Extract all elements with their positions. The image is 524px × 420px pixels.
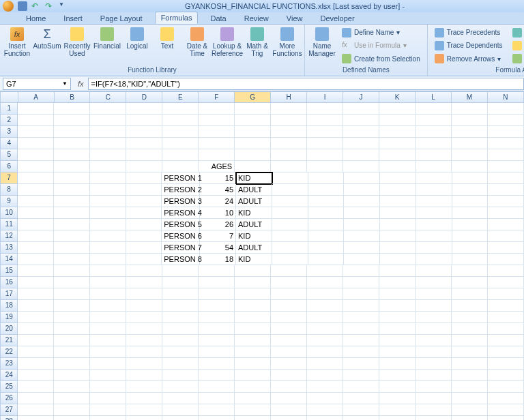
cell-L7[interactable] <box>416 172 452 184</box>
cell-I3[interactable] <box>307 126 343 138</box>
cell-A7[interactable] <box>18 172 54 184</box>
cell-L13[interactable] <box>416 242 452 254</box>
cell-J26[interactable] <box>343 393 379 404</box>
col-head-I[interactable]: I <box>307 91 343 103</box>
cell-J27[interactable] <box>343 404 379 416</box>
cell-M12[interactable] <box>452 230 489 242</box>
trace-dependents-button[interactable]: Trace Dependents <box>433 40 504 51</box>
cell-L17[interactable] <box>416 288 452 300</box>
cell-I28[interactable] <box>307 416 343 420</box>
cell-F17[interactable] <box>199 288 235 300</box>
col-head-C[interactable]: C <box>90 91 126 103</box>
row-head-20[interactable]: 20 <box>0 323 18 335</box>
save-icon[interactable] <box>18 1 27 11</box>
cell-C14[interactable] <box>90 254 126 265</box>
cell-H14[interactable] <box>272 254 308 265</box>
cell-K9[interactable] <box>380 196 416 207</box>
cell-J16[interactable] <box>343 277 379 288</box>
cell-H16[interactable] <box>271 277 307 288</box>
cell-A13[interactable] <box>18 242 54 254</box>
cell-M26[interactable] <box>452 393 488 404</box>
cell-G22[interactable] <box>235 346 271 358</box>
cell-M17[interactable] <box>452 288 488 300</box>
cell-J9[interactable] <box>344 196 380 207</box>
cell-L4[interactable] <box>416 138 452 149</box>
cell-I11[interactable] <box>308 219 345 230</box>
cell-G3[interactable] <box>235 126 271 138</box>
show-formulas-button[interactable]: Show Formulas <box>511 27 524 38</box>
cell-K17[interactable] <box>379 288 416 300</box>
cell-K14[interactable] <box>380 254 416 265</box>
cell-B12[interactable] <box>54 230 90 242</box>
cell-H2[interactable] <box>271 115 307 126</box>
cell-N15[interactable] <box>488 265 524 277</box>
tab-page-layout[interactable]: Page Layout <box>95 13 148 24</box>
cell-L23[interactable] <box>416 358 452 370</box>
cell-E2[interactable] <box>162 115 199 126</box>
cell-H19[interactable] <box>271 312 307 323</box>
cell-L1[interactable] <box>416 103 452 115</box>
cell-J3[interactable] <box>343 126 379 138</box>
cell-D15[interactable] <box>126 265 162 277</box>
cell-C16[interactable] <box>90 277 126 288</box>
cell-M2[interactable] <box>452 115 488 126</box>
cell-G27[interactable] <box>235 404 271 416</box>
tab-view[interactable]: View <box>281 13 308 24</box>
math-trig-button[interactable]: Math & Trig <box>243 26 272 65</box>
cell-I27[interactable] <box>307 404 343 416</box>
cell-H17[interactable] <box>271 288 307 300</box>
cell-K27[interactable] <box>379 404 416 416</box>
cell-M18[interactable] <box>452 300 488 312</box>
cell-B17[interactable] <box>54 288 90 300</box>
cell-D27[interactable] <box>126 404 162 416</box>
cell-F10[interactable]: 10 <box>200 207 236 219</box>
cell-N16[interactable] <box>488 277 524 288</box>
cell-J28[interactable] <box>343 416 379 420</box>
cell-M13[interactable] <box>452 242 489 254</box>
cell-C21[interactable] <box>90 335 126 346</box>
name-manager-button[interactable]: Name Manager <box>308 26 336 65</box>
cell-E11[interactable]: PERSON 5 <box>162 219 200 230</box>
autosum-button[interactable]: ΣAutoSum <box>33 26 61 65</box>
cell-F18[interactable] <box>199 300 235 312</box>
cell-D7[interactable] <box>126 172 162 184</box>
cell-K21[interactable] <box>379 335 416 346</box>
row-head-12[interactable]: 12 <box>0 230 18 242</box>
cell-F12[interactable]: 7 <box>200 230 236 242</box>
cell-I6[interactable] <box>307 161 343 172</box>
cell-N14[interactable] <box>488 254 524 265</box>
cell-A18[interactable] <box>18 300 54 312</box>
cell-J12[interactable] <box>344 230 380 242</box>
cell-F27[interactable] <box>199 404 235 416</box>
cell-N26[interactable] <box>488 393 524 404</box>
col-head-A[interactable]: A <box>18 91 55 103</box>
cell-C2[interactable] <box>90 115 126 126</box>
cell-H13[interactable] <box>272 242 308 254</box>
cell-L12[interactable] <box>416 230 452 242</box>
cell-C22[interactable] <box>90 346 126 358</box>
cell-C13[interactable] <box>90 242 126 254</box>
cell-N12[interactable] <box>488 230 524 242</box>
cell-F14[interactable]: 18 <box>200 254 236 265</box>
cell-J17[interactable] <box>343 288 379 300</box>
row-head-9[interactable]: 9 <box>0 196 18 207</box>
cell-J4[interactable] <box>343 138 379 149</box>
cell-I19[interactable] <box>307 312 343 323</box>
cell-M10[interactable] <box>452 207 489 219</box>
cell-K25[interactable] <box>379 381 416 393</box>
cell-K20[interactable] <box>379 323 416 335</box>
cell-D4[interactable] <box>126 138 162 149</box>
cell-F3[interactable] <box>199 126 235 138</box>
cell-L9[interactable] <box>416 196 452 207</box>
cell-D2[interactable] <box>126 115 162 126</box>
row-head-3[interactable]: 3 <box>0 126 18 138</box>
cell-L11[interactable] <box>416 219 452 230</box>
cell-M15[interactable] <box>452 265 488 277</box>
select-all-corner[interactable] <box>0 91 18 103</box>
cell-A6[interactable] <box>18 161 54 172</box>
cell-I15[interactable] <box>307 265 343 277</box>
tab-data[interactable]: Data <box>205 13 231 24</box>
cell-D19[interactable] <box>126 312 162 323</box>
cell-B25[interactable] <box>54 381 90 393</box>
cell-G14[interactable]: KID <box>236 254 272 265</box>
